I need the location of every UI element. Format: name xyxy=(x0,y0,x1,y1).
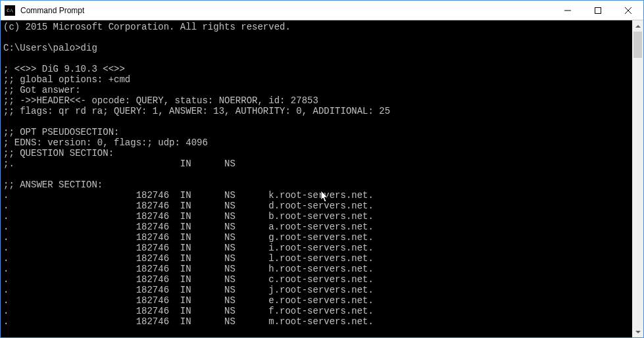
scroll-up-icon[interactable] xyxy=(632,20,643,32)
answer-row: . 182746 IN NS b.root-servers.net. xyxy=(3,211,374,222)
svg-rect-1 xyxy=(595,7,601,13)
answer-row: . 182746 IN NS i.root-servers.net. xyxy=(3,243,374,253)
dig-version: ; <<>> DiG 9.10.3 <<>> xyxy=(3,64,125,74)
answer-row: . 182746 IN NS d.root-servers.net. xyxy=(3,201,374,211)
answer-row: . 182746 IN NS f.root-servers.net. xyxy=(3,306,374,316)
minimize-button[interactable] xyxy=(553,1,583,20)
got-answer: ;; Got answer: xyxy=(3,85,81,95)
answer-row: . 182746 IN NS h.root-servers.net. xyxy=(3,264,374,274)
flags-line: ;; flags: qr rd ra; QUERY: 1, ANSWER: 13… xyxy=(3,106,390,116)
svg-marker-5 xyxy=(635,331,641,333)
answer-row: . 182746 IN NS a.root-servers.net. xyxy=(3,222,374,232)
answer-row: . 182746 IN NS j.root-servers.net. xyxy=(3,285,374,295)
scrollbar[interactable] xyxy=(632,20,643,337)
answer-row: . 182746 IN NS g.root-servers.net. xyxy=(3,232,374,243)
question-row: ;. IN NS xyxy=(3,158,235,169)
maximize-button[interactable] xyxy=(583,1,613,20)
answer-row: . 182746 IN NS e.root-servers.net. xyxy=(3,295,374,306)
question-section-header: ;; QUESTION SECTION: xyxy=(3,148,114,158)
header-line: ;; ->>HEADER<<- opcode: QUERY, status: N… xyxy=(3,95,318,106)
answer-row: . 182746 IN NS k.root-servers.net. xyxy=(3,190,374,201)
terminal-output[interactable]: (c) 2015 Microsoft Corporation. All righ… xyxy=(1,20,632,337)
answer-section-header: ;; ANSWER SECTION: xyxy=(3,180,103,190)
copyright-line: (c) 2015 Microsoft Corporation. All righ… xyxy=(3,22,291,32)
scroll-track[interactable] xyxy=(632,32,643,326)
prompt-line: C:\Users\palo>dig xyxy=(3,43,97,53)
close-button[interactable] xyxy=(613,1,643,20)
global-options: ;; global options: +cmd xyxy=(3,74,130,85)
opt-pseudosection: ;; OPT PSEUDOSECTION: xyxy=(3,127,119,137)
window-title: Command Prompt xyxy=(19,6,553,15)
titlebar[interactable]: Command Prompt xyxy=(1,1,643,20)
cmd-icon xyxy=(5,5,15,16)
answer-row: . 182746 IN NS c.root-servers.net. xyxy=(3,274,374,285)
answer-row: . 182746 IN NS m.root-servers.net. xyxy=(3,316,374,327)
window-controls xyxy=(553,1,643,20)
edns-line: ; EDNS: version: 0, flags:; udp: 4096 xyxy=(3,137,208,148)
scroll-thumb[interactable] xyxy=(633,32,642,58)
svg-marker-4 xyxy=(635,25,641,28)
scroll-down-icon[interactable] xyxy=(632,326,643,337)
answer-row: . 182746 IN NS l.root-servers.net. xyxy=(3,253,374,264)
